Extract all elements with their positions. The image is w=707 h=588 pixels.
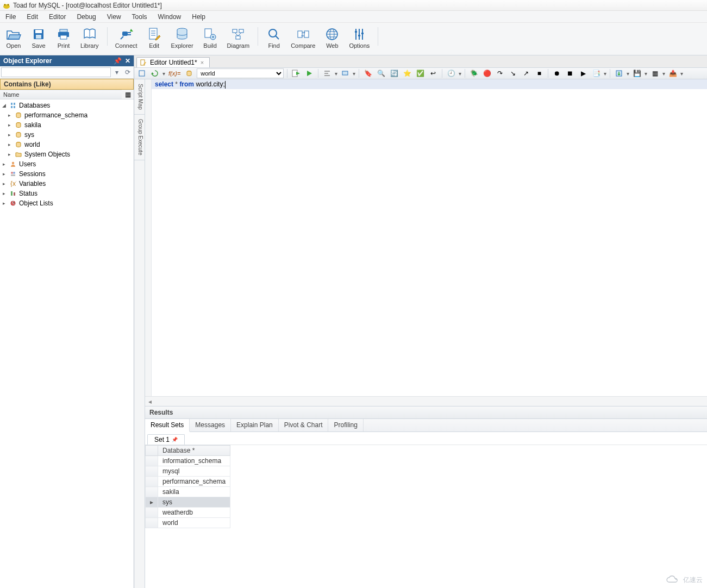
table-row[interactable]: mysql (146, 466, 230, 477)
expand-icon[interactable]: ▸ (7, 122, 12, 128)
scroll-left-icon[interactable]: ◂ (145, 397, 155, 406)
dropdown-arrow-icon[interactable]: ▾ (627, 71, 629, 77)
pin-icon[interactable]: 📌 (114, 57, 122, 65)
compare-button[interactable]: Compare (287, 25, 318, 50)
cell-database[interactable]: weatherdb (158, 508, 230, 518)
menu-edit[interactable]: Edit (24, 12, 40, 22)
record-icon[interactable]: ⏺ (552, 68, 562, 78)
dropdown-arrow-icon[interactable]: ▾ (662, 71, 665, 77)
tree-node-system-objects[interactable]: ▸System Objects (0, 149, 134, 159)
code-line[interactable]: select * from world.city; (152, 79, 707, 89)
expand-icon[interactable]: ▸ (1, 161, 7, 167)
find-text-icon[interactable]: 🔍 (376, 68, 386, 78)
history-icon[interactable]: 🕘 (446, 68, 456, 78)
menu-window[interactable]: Window (156, 12, 184, 22)
wrap-icon[interactable]: ↩ (428, 68, 439, 78)
expand-icon[interactable]: ▸ (7, 142, 12, 148)
tree-node-users[interactable]: ▸Users (0, 159, 134, 169)
expand-icon[interactable]: ▸ (1, 171, 7, 177)
refresh-schema-icon[interactable]: 🔄 (389, 68, 399, 78)
dropdown-arrow-icon[interactable]: ▾ (353, 71, 355, 77)
table-icon[interactable]: ▦ (649, 68, 660, 78)
expand-icon[interactable]: ▸ (7, 112, 12, 118)
tree-node-db[interactable]: ▸performance_schema (0, 110, 134, 120)
expand-icon[interactable]: ▸ (7, 132, 12, 138)
tree-node-db[interactable]: ▸sakila (0, 120, 134, 130)
toggle-connection-icon[interactable] (136, 68, 147, 78)
step-into-icon[interactable]: ↘ (508, 68, 518, 78)
tab-result-sets[interactable]: Result Sets (145, 419, 190, 432)
favorites-icon[interactable]: ⭐ (402, 68, 412, 78)
dropdown-arrow-icon[interactable]: ▾ (459, 71, 461, 77)
export-icon[interactable] (614, 68, 624, 78)
dropdown-arrow-icon[interactable]: ▾ (335, 71, 337, 77)
tab-close-icon[interactable]: × (201, 59, 204, 66)
build-button[interactable]: Build (199, 25, 222, 50)
filter-input[interactable] (1, 67, 111, 77)
open-button[interactable]: Open (2, 25, 25, 50)
print-button[interactable]: Print (52, 25, 75, 50)
expand-icon[interactable]: ▸ (7, 152, 12, 158)
pin-small-icon[interactable]: 📌 (172, 437, 178, 442)
enum-icon[interactable]: 📑 (591, 68, 602, 78)
close-panel-icon[interactable]: ✕ (125, 57, 130, 65)
cell-database[interactable]: information_schema (158, 456, 230, 466)
sidetab-script-map[interactable]: Script Map (134, 79, 145, 115)
find-button[interactable]: Find (262, 25, 285, 50)
table-row[interactable]: world (146, 518, 230, 528)
menu-file[interactable]: File (3, 12, 18, 22)
menu-tools[interactable]: Tools (130, 12, 149, 22)
edit-button[interactable]: Edit (143, 25, 166, 50)
filter-clear-icon[interactable]: ⟳ (123, 67, 133, 77)
sql-editor[interactable]: select * from world.city; (145, 79, 707, 396)
filter-mode-label[interactable]: Contains (Like) (0, 79, 134, 90)
dropdown-arrow-icon[interactable]: ▾ (604, 71, 606, 77)
menu-debug[interactable]: Debug (74, 12, 98, 22)
web-button[interactable]: Web (321, 25, 343, 50)
table-row[interactable]: weatherdb (146, 508, 230, 518)
tab-profiling[interactable]: Profiling (328, 419, 363, 431)
sidetab-group-execute[interactable]: Group Execute (134, 115, 145, 160)
table-row[interactable]: sakila (146, 487, 230, 497)
table-row[interactable]: ▸sys (146, 497, 230, 508)
step-out-icon[interactable]: ↗ (521, 68, 531, 78)
tree-node-variables[interactable]: ▸{x}Variables (0, 179, 134, 189)
breakpoint-icon[interactable]: 🔴 (481, 68, 492, 78)
explorer-button[interactable]: Explorer (168, 25, 197, 50)
sidebar-options-icon[interactable]: ▦ (122, 90, 134, 99)
library-button[interactable]: Library (77, 25, 102, 50)
format-sql-icon[interactable] (322, 68, 333, 78)
comment-icon[interactable] (340, 68, 351, 78)
connect-button[interactable]: Connect (112, 25, 141, 50)
validate-icon[interactable]: ✅ (415, 68, 426, 78)
save-results-icon[interactable]: 💾 (631, 68, 642, 78)
options-button[interactable]: Options (346, 25, 373, 50)
table-row[interactable]: performance_schema (146, 477, 230, 487)
expand-icon[interactable]: ▸ (1, 191, 7, 197)
tab-pivot-chart[interactable]: Pivot & Chart (279, 419, 329, 431)
cell-database[interactable]: sys (158, 497, 230, 508)
tab-messages[interactable]: Messages (190, 419, 231, 431)
tree-node-object-lists[interactable]: ▸Object Lists (0, 198, 134, 208)
cell-database[interactable]: performance_schema (158, 477, 230, 487)
debug-step-icon[interactable]: 🪲 (468, 68, 479, 78)
play-icon[interactable]: ▶ (578, 68, 589, 78)
result-set-tab[interactable]: Set 1 📌 (147, 434, 185, 445)
document-tab[interactable]: Editor Untitled1* × (136, 57, 210, 67)
menu-help[interactable]: Help (190, 12, 208, 22)
tree-node-db[interactable]: ▸world (0, 140, 134, 149)
tab-explain-plan[interactable]: Explain Plan (231, 419, 279, 431)
tree-node-status[interactable]: ▸Status (0, 189, 134, 198)
menu-editor[interactable]: Editor (47, 12, 68, 22)
tree-node-databases[interactable]: ◢ Databases (0, 101, 134, 110)
send-icon[interactable]: 📤 (667, 68, 678, 78)
table-row[interactable]: information_schema (146, 456, 230, 466)
collapse-icon[interactable]: ◢ (1, 103, 7, 109)
object-tree[interactable]: ◢ Databases ▸performance_schema ▸sakila … (0, 99, 134, 588)
save-button[interactable]: Save (27, 25, 50, 50)
cell-database[interactable]: world (158, 518, 230, 528)
execute-statement-icon[interactable] (304, 68, 315, 78)
cell-database[interactable]: mysql (158, 466, 230, 477)
diagram-button[interactable]: Diagram (224, 25, 253, 50)
execute-script-icon[interactable] (291, 68, 302, 78)
